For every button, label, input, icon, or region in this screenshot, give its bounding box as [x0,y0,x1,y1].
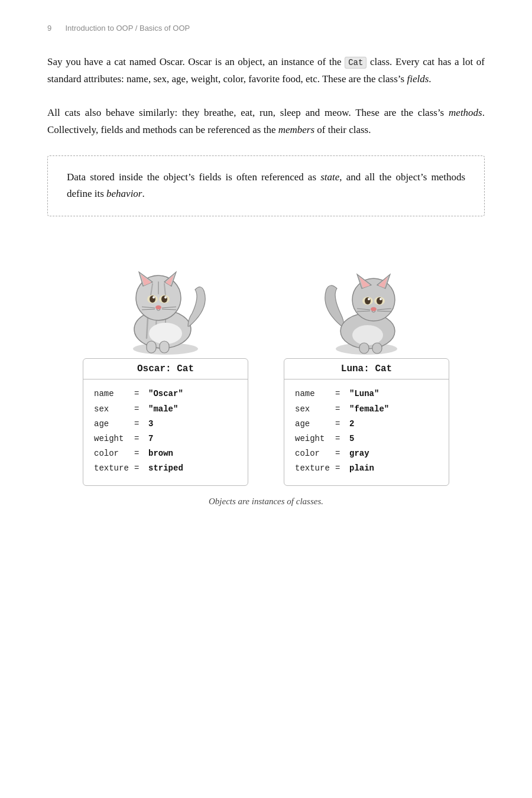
svg-rect-46 [359,343,369,353]
figure-container: Oscar: Cat name = "Oscar" sex = "male" [47,238,485,507]
oscar-field-texture: texture = striped [94,461,237,476]
page-header: 9 Introduction to OOP / Basics of OOP [47,24,485,33]
svg-point-19 [164,296,167,299]
behavior-italic: behavior [106,188,142,199]
luna-card-body: name = "Luna" sex = "female" age = [284,379,449,485]
callout-box: Data stored inside the object’s fields i… [47,155,485,217]
luna-field-name: name = "Luna" [295,387,438,401]
svg-rect-26 [160,341,169,353]
oscar-card: Oscar: Cat name = "Oscar" sex = "male" [83,358,248,486]
svg-rect-47 [372,343,382,353]
luna-field-weight: weight = 5 [295,432,438,446]
svg-rect-25 [147,341,156,353]
svg-point-40 [379,298,382,300]
oscar-illustration [95,238,236,356]
breadcrumb: Introduction to OOP / Basics of OOP [65,24,190,33]
members-italic: members [278,124,314,135]
paragraph-1: Say you have a cat named Oscar. Oscar is… [47,54,485,88]
luna-panel: Luna: Cat name = "Luna" sex = "female" [278,238,455,486]
oscar-cat-svg [106,244,225,356]
callout-text-before: Data stored inside the object’s fields i… [67,171,465,200]
svg-point-5 [149,323,182,344]
oscar-field-weight: weight = 7 [94,432,237,446]
paragraph-2: All cats also behave similarly: they bre… [47,105,485,139]
page: 9 Introduction to OOP / Basics of OOP Sa… [0,0,532,560]
luna-illustration [296,238,437,356]
fields-italic: fields [407,73,429,85]
cats-row: Oscar: Cat name = "Oscar" sex = "male" [47,238,485,486]
oscar-field-name: name = "Oscar" [94,387,237,401]
svg-point-39 [368,298,370,300]
svg-point-29 [352,325,383,345]
luna-header-label: Luna: Cat [341,364,392,374]
methods-italic: methods [449,107,482,118]
p2-text: All cats also behave similarly: they bre… [47,107,485,135]
luna-field-color: color = gray [295,446,438,461]
oscar-field-color: color = brown [94,446,237,461]
oscar-field-sex: sex = "male" [94,402,237,417]
state-italic: state [320,171,339,183]
luna-field-sex: sex = "female" [295,402,438,417]
luna-field-age: age = 2 [295,417,438,432]
oscar-header-label: Oscar: Cat [137,364,194,374]
luna-card: Luna: Cat name = "Luna" sex = "female" [284,358,449,486]
oscar-panel: Oscar: Cat name = "Oscar" sex = "male" [77,238,254,486]
svg-point-41 [371,307,377,312]
cat-code-inline: Cat [345,57,366,69]
svg-point-30 [352,278,395,321]
oscar-card-header: Oscar: Cat [83,359,248,379]
figure-caption: Objects are instances of classes. [209,497,323,507]
luna-card-header: Luna: Cat [284,359,449,379]
svg-point-20 [155,306,161,310]
svg-point-18 [153,296,155,299]
p1-text-before: Say you have a cat named Oscar. Oscar is… [47,56,345,67]
oscar-card-body: name = "Oscar" sex = "male" age = [83,379,248,485]
header-separator [56,24,60,33]
luna-cat-svg [307,244,426,356]
callout-text: Data stored inside the object’s fields i… [67,169,465,203]
luna-field-texture: texture = plain [295,461,438,476]
oscar-field-age: age = 3 [94,417,237,432]
page-number: 9 [47,24,51,33]
